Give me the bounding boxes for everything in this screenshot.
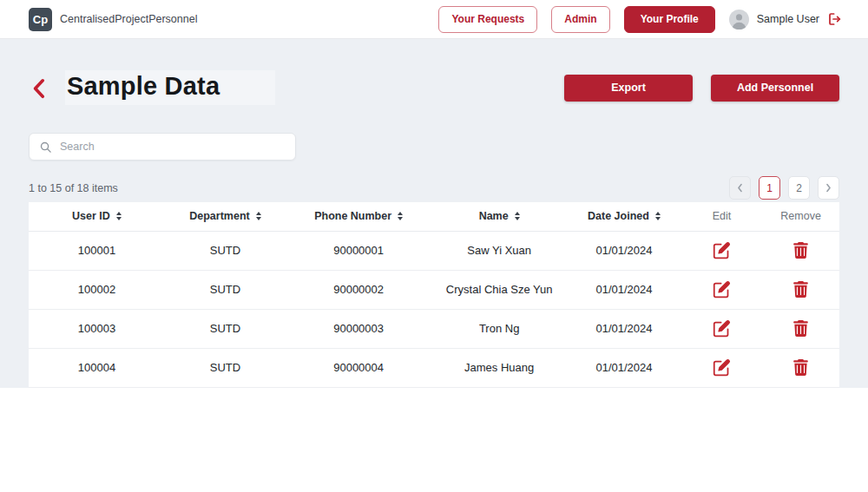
pagination-next-button[interactable] (818, 176, 839, 200)
pencil-square-icon (713, 319, 731, 338)
table-row: 100004 SUTD 90000004 James Huang 01/01/2… (29, 348, 839, 387)
nav-brand-group: Cp CentralisedProjectPersonnel (29, 8, 197, 31)
chevron-right-icon (825, 183, 832, 193)
your-profile-button[interactable]: Your Profile (624, 6, 715, 33)
cell-name: James Huang (431, 348, 567, 387)
table-header-row: User ID Department Phone Number Name (29, 202, 839, 231)
user-menu: Sample User (729, 10, 842, 30)
logout-button[interactable] (828, 12, 842, 26)
trash-icon (793, 242, 808, 259)
edit-button[interactable] (711, 239, 733, 261)
add-personnel-button[interactable]: Add Personnel (711, 75, 839, 102)
cell-phone-number: 90000002 (286, 270, 431, 309)
trash-icon (793, 281, 808, 298)
page-content: Sample Data Export Add Personnel 1 to 15… (0, 39, 868, 388)
edit-button[interactable] (711, 279, 733, 300)
cell-user-id: 100002 (29, 270, 165, 309)
cell-user-id: 100004 (29, 348, 165, 387)
column-header-remove: Remove (762, 202, 839, 231)
cell-name: Crystal Chia Sze Yun (431, 270, 567, 309)
top-nav: Cp CentralisedProjectPersonnel Your Requ… (0, 0, 868, 39)
column-header-department[interactable]: Department (165, 202, 286, 231)
export-button[interactable]: Export (564, 75, 693, 102)
table-row: 100003 SUTD 90000003 Tron Ng 01/01/2024 (29, 309, 839, 348)
table-row: 100001 SUTD 90000001 Saw Yi Xuan 01/01/2… (29, 231, 839, 270)
person-icon (729, 10, 749, 30)
pagination-page-1-button[interactable]: 1 (759, 176, 780, 200)
cell-date-joined: 01/01/2024 (567, 270, 681, 309)
pagination-page-2-button[interactable]: 2 (788, 176, 810, 200)
cell-department: SUTD (165, 348, 286, 387)
chevron-left-icon (736, 183, 744, 193)
sort-icon (398, 212, 403, 220)
search-box[interactable] (29, 133, 296, 161)
cell-date-joined: 01/01/2024 (567, 231, 681, 270)
user-name: Sample User (757, 13, 819, 25)
pencil-square-icon (713, 241, 731, 259)
pencil-square-icon (713, 358, 731, 377)
search-input[interactable] (60, 141, 286, 153)
sort-icon (256, 212, 261, 220)
trash-icon (793, 320, 808, 337)
cell-department: SUTD (165, 270, 286, 309)
pagination-prev-button[interactable] (729, 176, 751, 200)
pencil-square-icon (713, 280, 731, 298)
sign-out-icon (828, 12, 842, 26)
edit-button[interactable] (711, 357, 733, 378)
avatar (729, 10, 749, 30)
sort-icon (515, 212, 520, 220)
cell-date-joined: 01/01/2024 (567, 309, 681, 348)
chevron-left-icon (29, 76, 51, 100)
pagination: 1 2 (729, 176, 839, 200)
table-row: 100002 SUTD 90000002 Crystal Chia Sze Yu… (29, 270, 839, 309)
column-header-edit: Edit (681, 202, 762, 231)
cell-department: SUTD (165, 231, 286, 270)
remove-button[interactable] (792, 318, 810, 338)
cell-name: Tron Ng (431, 309, 567, 348)
personnel-table: User ID Department Phone Number Name (29, 202, 839, 388)
items-summary: 1 to 15 of 18 items (29, 182, 118, 194)
edit-button[interactable] (711, 318, 733, 339)
page-title: Sample Data (65, 70, 275, 106)
cell-phone-number: 90000001 (286, 231, 431, 270)
cell-user-id: 100001 (29, 231, 165, 270)
remove-button[interactable] (792, 279, 810, 299)
admin-button[interactable]: Admin (551, 6, 609, 33)
column-header-date-joined[interactable]: Date Joined (567, 202, 681, 231)
cell-phone-number: 90000004 (286, 348, 431, 387)
your-requests-button[interactable]: Your Requests (438, 6, 537, 33)
meta-row: 1 to 15 of 18 items 1 2 (29, 176, 839, 200)
column-header-name[interactable]: Name (431, 202, 567, 231)
sort-icon (116, 212, 122, 220)
remove-button[interactable] (792, 358, 810, 377)
cell-phone-number: 90000003 (286, 309, 431, 348)
cell-date-joined: 01/01/2024 (567, 348, 681, 387)
app-logo[interactable]: Cp (29, 8, 52, 31)
cell-department: SUTD (165, 309, 286, 348)
column-header-user-id[interactable]: User ID (29, 202, 165, 231)
back-button[interactable] (29, 76, 51, 100)
sort-icon (655, 212, 661, 220)
brand-name: CentralisedProjectPersonnel (60, 13, 197, 25)
cell-user-id: 100003 (29, 309, 165, 348)
column-header-phone-number[interactable]: Phone Number (286, 202, 431, 231)
search-icon (39, 141, 52, 154)
nav-actions: Your Requests Admin Your Profile Sample … (424, 6, 842, 33)
cell-name: Saw Yi Xuan (431, 231, 567, 270)
title-row: Sample Data Export Add Personnel (29, 70, 839, 105)
remove-button[interactable] (792, 240, 810, 260)
trash-icon (793, 359, 808, 376)
